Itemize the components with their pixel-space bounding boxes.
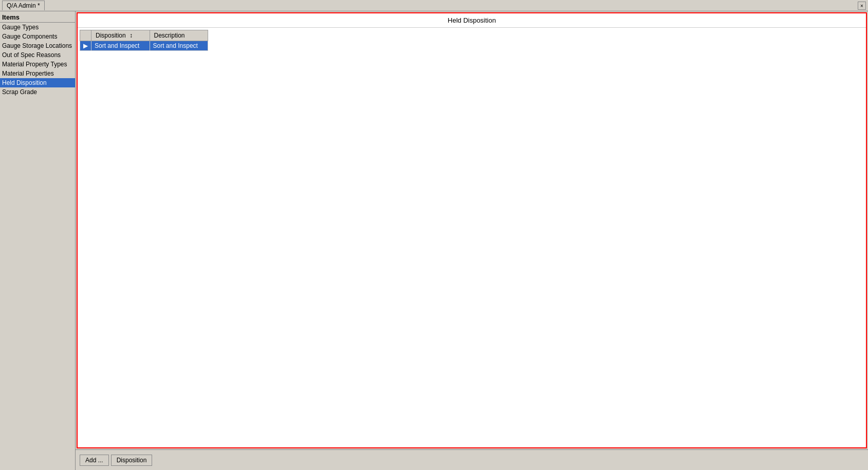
table-area: Disposition ↕ Description ▶: [78, 28, 866, 447]
sidebar-item-gauge-types[interactable]: Gauge Types: [0, 23, 75, 32]
main-content: Held Disposition Disposition ↕: [76, 11, 868, 470]
title-bar: Q/A Admin * ×: [0, 0, 868, 11]
title-text: Q/A Admin *: [7, 2, 40, 9]
sidebar-item-gauge-storage-locations[interactable]: Gauge Storage Locations: [0, 41, 75, 50]
table-body: ▶ Sort and Inspect Sort and Inspect: [80, 41, 208, 51]
table-row[interactable]: ▶ Sort and Inspect Sort and Inspect: [80, 41, 208, 51]
panel-title: Held Disposition: [78, 13, 866, 28]
footer-disposition-tag: Disposition: [111, 455, 153, 466]
sidebar-item-held-disposition[interactable]: Held Disposition: [0, 78, 75, 87]
cell-description: Sort and Inspect: [150, 41, 208, 51]
header-indicator-col: [80, 30, 91, 41]
data-table: Disposition ↕ Description ▶: [80, 30, 208, 51]
sidebar-item-material-property-types[interactable]: Material Property Types: [0, 60, 75, 69]
table-header-row: Disposition ↕ Description: [80, 30, 208, 41]
col-header-disposition[interactable]: Disposition ↕: [91, 30, 150, 41]
content-area: Items Gauge Types Gauge Components Gauge…: [0, 11, 868, 470]
sidebar-item-gauge-components[interactable]: Gauge Components: [0, 32, 75, 41]
main-window: Q/A Admin * × Items Gauge Types Gauge Co…: [0, 0, 868, 470]
sidebar-item-out-of-spec-reasons[interactable]: Out of Spec Reasons: [0, 50, 75, 60]
main-panel: Held Disposition Disposition ↕: [77, 12, 867, 448]
sidebar-header: Items: [0, 11, 75, 23]
cell-disposition: Sort and Inspect: [91, 41, 150, 51]
footer-bar: Add ... Disposition: [76, 449, 868, 470]
sidebar-item-scrap-grade[interactable]: Scrap Grade: [0, 87, 75, 97]
sidebar: Items Gauge Types Gauge Components Gauge…: [0, 11, 76, 470]
close-button[interactable]: ×: [858, 2, 866, 10]
sidebar-item-material-properties[interactable]: Material Properties: [0, 69, 75, 78]
title-tab[interactable]: Q/A Admin *: [2, 1, 45, 10]
add-button[interactable]: Add ...: [80, 455, 109, 466]
row-indicator: ▶: [80, 41, 91, 51]
col-header-description[interactable]: Description: [150, 30, 208, 41]
